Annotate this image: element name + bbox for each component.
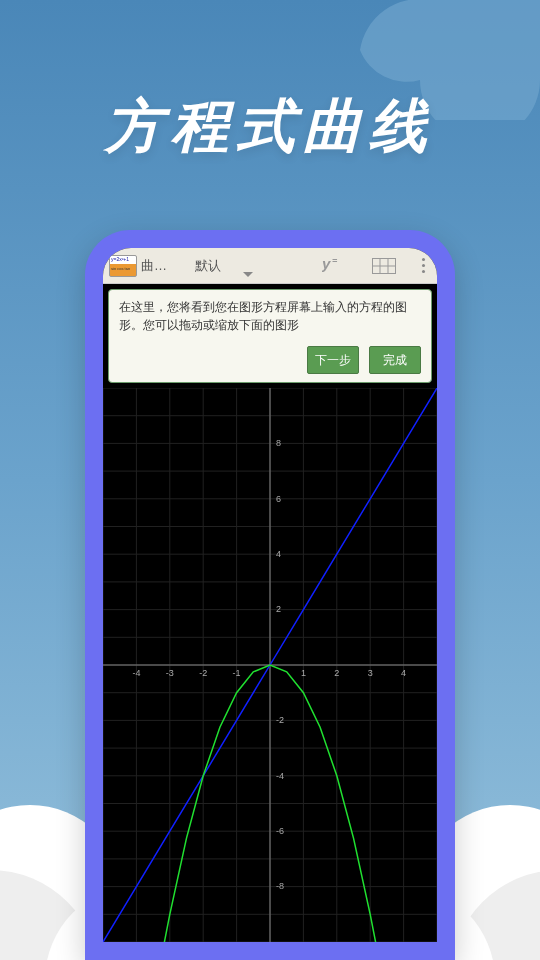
page-title: 方程式曲线 bbox=[0, 88, 540, 166]
toolbar-title[interactable]: 曲… bbox=[141, 257, 167, 275]
toolbar-default-dropdown[interactable]: 默认 bbox=[195, 257, 221, 275]
y-equals-button[interactable]: y= y= bbox=[322, 256, 344, 276]
graph-canvas[interactable]: -4-3-2-11234-8-6-4-22468 bbox=[103, 388, 437, 942]
app-icon[interactable] bbox=[109, 255, 137, 277]
svg-text:4: 4 bbox=[276, 549, 281, 559]
svg-point-3 bbox=[450, 870, 540, 960]
app-toolbar: 曲… 默认 y= y= bbox=[103, 248, 437, 284]
svg-text:4: 4 bbox=[401, 669, 406, 679]
svg-text:8: 8 bbox=[276, 438, 281, 448]
svg-text:-2: -2 bbox=[199, 669, 207, 679]
table-icon[interactable] bbox=[372, 258, 396, 274]
svg-text:-3: -3 bbox=[166, 669, 174, 679]
next-button[interactable]: 下一步 bbox=[307, 346, 359, 374]
help-text: 在这里，您将看到您在图形方程屏幕上输入的方程的图形。您可以拖动或缩放下面的图形 bbox=[119, 298, 421, 334]
svg-text:-1: -1 bbox=[233, 669, 241, 679]
svg-text:-8: -8 bbox=[276, 882, 284, 892]
svg-text:1: 1 bbox=[301, 669, 306, 679]
svg-text:-4: -4 bbox=[276, 771, 284, 781]
phone-screen: 曲… 默认 y= y= 在这里，您将看到您在图形方程屏幕上输入的方程 bbox=[103, 248, 437, 942]
svg-text:6: 6 bbox=[276, 494, 281, 504]
done-button[interactable]: 完成 bbox=[369, 346, 421, 374]
help-tooltip: 在这里，您将看到您在图形方程屏幕上输入的方程的图形。您可以拖动或缩放下面的图形 … bbox=[108, 289, 432, 383]
more-options-icon[interactable] bbox=[422, 258, 425, 273]
svg-text:2: 2 bbox=[334, 669, 339, 679]
dropdown-caret-icon[interactable] bbox=[243, 272, 253, 277]
svg-text:3: 3 bbox=[368, 669, 373, 679]
svg-text:-6: -6 bbox=[276, 826, 284, 836]
svg-text:y: y bbox=[322, 256, 331, 272]
svg-text:-2: -2 bbox=[276, 715, 284, 725]
svg-text:2: 2 bbox=[276, 605, 281, 615]
phone-frame: 曲… 默认 y= y= 在这里，您将看到您在图形方程屏幕上输入的方程 bbox=[85, 230, 455, 960]
svg-text:-4: -4 bbox=[132, 669, 140, 679]
svg-text:=: = bbox=[332, 256, 338, 266]
